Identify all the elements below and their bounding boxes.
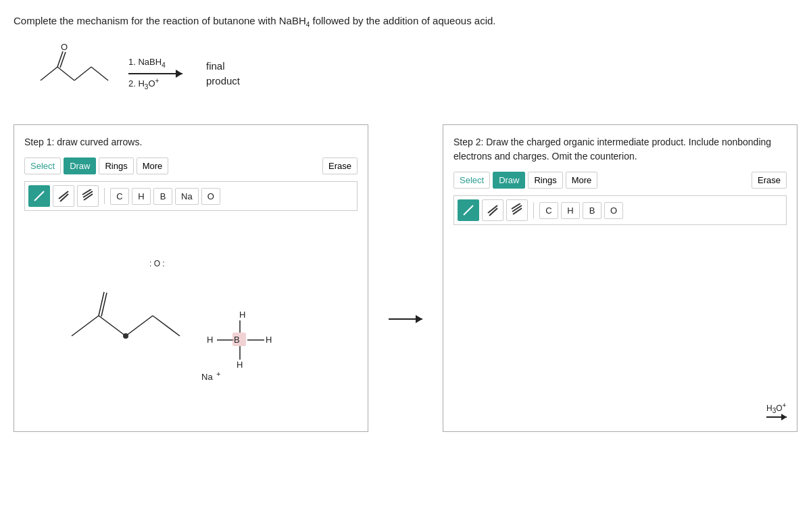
step1-tool-separator [104,188,105,204]
step2-drawing-tools: C H B O [453,195,787,225]
step1-double-bond-tool[interactable] [53,185,74,207]
svg-text:B: B [234,335,240,345]
step1-atom-B[interactable]: B [153,188,172,205]
step1-select-btn[interactable]: Select [24,158,61,174]
step2-more-btn[interactable]: More [566,172,598,189]
svg-point-20 [123,333,128,339]
svg-line-7 [34,191,44,201]
svg-text:H: H [207,335,213,345]
butanone-structure: O [34,43,115,104]
svg-line-15 [99,316,126,336]
svg-text:: O :: : O : [149,259,165,268]
between-steps-arrow [382,205,429,432]
step2-box: Step 2: Draw the charged organic interme… [443,124,797,432]
step1-more-btn[interactable]: More [137,158,169,174]
reagent2-label: 2. H3O+ [128,77,159,91]
svg-text:H: H [239,310,245,320]
step1-atom-O[interactable]: O [201,188,220,205]
step1-svg: : O : H H [24,218,349,407]
steps-container: Step 1: draw curved arrows. Select Draw … [14,124,797,432]
svg-line-18 [126,316,153,336]
svg-line-1 [57,67,74,80]
svg-line-3 [60,52,66,68]
svg-text:+: + [216,370,220,378]
svg-line-4 [74,67,91,80]
svg-text:H: H [266,335,272,345]
step1-erase-btn[interactable]: Erase [322,158,358,174]
step1-draw-btn[interactable]: Draw [64,158,96,174]
reagent1-label: 1. NaBH4 [128,57,166,69]
step2-double-bond-tool[interactable] [482,199,503,221]
svg-text:H: H [237,360,243,370]
svg-text:O: O [61,43,68,52]
final-product-label: finalproduct [206,59,240,89]
step1-toolbar: Select Draw Rings More Erase [24,158,358,174]
step2-toolbar: Select Draw Rings More Erase [453,172,787,189]
svg-line-19 [153,316,180,336]
reaction-overview: O 1. NaBH4 2. H3O+ finalproduct [14,43,797,104]
step1-rings-btn[interactable]: Rings [99,158,133,174]
step1-box: Step 1: draw curved arrows. Select Draw … [14,124,368,432]
step1-atom-Na[interactable]: Na [175,188,199,205]
step2-triple-bond-tool[interactable] [506,199,528,221]
step2-atom-B[interactable]: B [583,202,601,219]
svg-line-33 [464,205,473,215]
main-reaction-arrow [128,73,182,74]
step2-select-btn[interactable]: Select [453,172,490,189]
question-text: Complete the mechanism for the reaction … [14,14,797,30]
step1-atom-H[interactable]: H [132,188,151,205]
svg-line-0 [41,67,57,80]
svg-line-12 [82,189,91,195]
step2-draw-btn[interactable]: Draw [493,172,525,189]
step2-tool-separator [533,202,534,218]
svg-line-38 [512,203,520,209]
h3o-label: H3O+ [766,402,787,418]
step1-triple-bond-tool[interactable] [77,185,99,207]
svg-line-14 [72,316,99,336]
step2-atom-H[interactable]: H [561,202,580,219]
step1-drawing-tools: C H B Na O [24,181,358,211]
step1-canvas[interactable]: : O : H H [24,218,358,407]
svg-line-5 [91,67,108,80]
step2-atom-C[interactable]: C [539,202,558,219]
svg-text:Na: Na [201,372,213,382]
step1-title: Step 1: draw curved arrows. [24,135,358,149]
step2-atom-O[interactable]: O [604,202,623,219]
step2-erase-btn[interactable]: Erase [752,172,787,189]
svg-line-16 [99,292,104,316]
step2-canvas[interactable] [453,232,787,421]
svg-line-17 [101,293,107,316]
step2-single-bond-tool[interactable] [458,199,479,221]
step1-single-bond-tool[interactable] [28,185,50,207]
svg-line-2 [57,51,63,67]
step2-title: Step 2: Draw the charged organic interme… [453,135,787,164]
step2-rings-btn[interactable]: Rings [528,172,562,189]
h3o-arrow [766,416,787,418]
step1-atom-C[interactable]: C [110,188,129,205]
